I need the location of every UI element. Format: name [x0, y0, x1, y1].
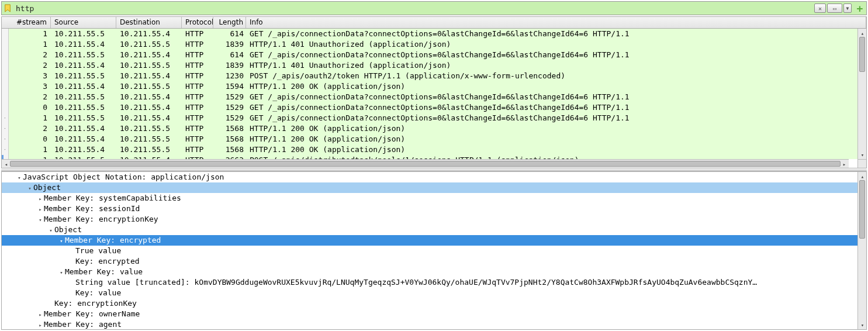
tree-label: String value [truncated]: kOmvDYBW9Gddug…	[75, 278, 757, 287]
tree-node[interactable]: ▸Member Key: systemCapabilities	[2, 193, 857, 204]
packet-row[interactable]: 310.211.55.410.211.55.5HTTP1594HTTP/1.1 …	[2, 81, 857, 92]
tree-label: Member Key: ownerName	[44, 309, 140, 318]
packet-rows[interactable]: 110.211.55.510.211.55.4HTTP614GET /_apis…	[2, 29, 857, 159]
tree-twisty-icon[interactable]: ▸	[37, 309, 44, 319]
packet-row[interactable]: ·110.211.55.510.211.55.4HTTP2663POST /_a…	[2, 155, 857, 159]
tree-node[interactable]: String value [truncated]: kOmvDYBW9Gddug…	[2, 277, 857, 288]
col-stream[interactable]: #stream	[2, 17, 51, 28]
clear-filter-button[interactable]: ✕	[814, 4, 826, 13]
tree-node[interactable]: True value	[2, 246, 857, 256]
packet-row[interactable]: 110.211.55.410.211.55.5HTTP1839HTTP/1.1 …	[2, 39, 857, 50]
tree-twisty-icon[interactable]: ▸	[37, 204, 44, 214]
tree-label: Member Key: encrypted	[65, 236, 161, 244]
packet-row[interactable]: 210.211.55.410.211.55.5HTTP1839HTTP/1.1 …	[2, 60, 857, 71]
packet-row[interactable]: ·010.211.55.410.211.55.5HTTP1568HTTP/1.1…	[2, 134, 857, 144]
display-filter-bar: ✕ ▭ ▼ +	[1, 1, 867, 15]
col-destination[interactable]: Destination	[116, 17, 182, 28]
filter-dropdown-button[interactable]: ▼	[843, 4, 852, 13]
packet-row[interactable]: ·110.211.55.510.211.55.4HTTP1529GET /_ap…	[2, 113, 857, 123]
packet-row[interactable]: ·210.211.55.410.211.55.5HTTP1568HTTP/1.1…	[2, 123, 857, 134]
col-length[interactable]: Length	[213, 17, 246, 28]
tree-label: Key: value	[75, 288, 121, 297]
tree-label: Object	[33, 183, 61, 192]
col-info[interactable]: Info	[246, 17, 866, 28]
packet-row[interactable]: 210.211.55.510.211.55.4HTTP614GET /_apis…	[2, 50, 857, 60]
tree-node[interactable]: ▾Member Key: encryptionKey	[2, 214, 857, 225]
tree-label: Member Key: encryptionKey	[44, 215, 158, 223]
tree-node[interactable]: ▾JavaScript Object Notation: application…	[2, 172, 857, 182]
packet-vscroll[interactable]: ▴ ▾	[857, 29, 866, 159]
col-source[interactable]: Source	[51, 17, 116, 28]
tree-label: JavaScript Object Notation: application/…	[23, 173, 224, 181]
tree-node[interactable]: ▸Member Key: sessionId	[2, 204, 857, 214]
apply-filter-button[interactable]: ▭	[827, 4, 842, 13]
packet-details-pane: ▾JavaScript Object Notation: application…	[1, 171, 867, 330]
tree-node[interactable]: Key: encrypted	[2, 256, 857, 267]
packet-hscroll[interactable]: ◂ ▸	[2, 159, 849, 168]
tree-twisty-icon[interactable]: ▾	[26, 183, 33, 193]
tree-label: Member Key: systemCapabilities	[44, 194, 181, 202]
tree-twisty-icon[interactable]: ▸	[37, 320, 44, 329]
tree-label: Member Key: agent	[44, 320, 122, 329]
tree-twisty-icon[interactable]: ▾	[58, 236, 65, 246]
tree-node[interactable]: ▾Object	[2, 225, 857, 235]
tree-node[interactable]: ▾Member Key: value	[2, 267, 857, 277]
tree-node[interactable]: ▾Object	[2, 182, 857, 193]
details-tree[interactable]: ▾JavaScript Object Notation: application…	[2, 172, 857, 329]
packet-row[interactable]: 210.211.55.510.211.55.4HTTP1529GET /_api…	[2, 92, 857, 102]
tree-twisty-icon[interactable]: ▾	[58, 267, 65, 277]
packet-row[interactable]: 310.211.55.510.211.55.4HTTP1230POST /_ap…	[2, 71, 857, 81]
col-protocol[interactable]: Protocol	[182, 17, 213, 28]
tree-twisty-icon[interactable]: ▾	[47, 225, 54, 235]
packet-row[interactable]: 110.211.55.510.211.55.4HTTP614GET /_apis…	[2, 29, 857, 39]
tree-node[interactable]: ▸Member Key: agent	[2, 319, 857, 329]
display-filter-input[interactable]	[13, 3, 814, 14]
packet-row[interactable]: 010.211.55.510.211.55.4HTTP1529GET /_api…	[2, 102, 857, 113]
tree-node[interactable]: ▾Member Key: encrypted	[2, 235, 857, 246]
tree-label: Member Key: value	[65, 267, 143, 276]
add-filter-button[interactable]: +	[854, 4, 866, 13]
tree-label: Object	[54, 225, 82, 234]
tree-label: Key: encryptionKey	[54, 299, 137, 308]
tree-twisty-icon[interactable]: ▾	[37, 215, 44, 225]
packet-list-pane: #stream Source Destination Protocol Leng…	[1, 16, 867, 168]
tree-twisty-icon[interactable]: ▸	[37, 194, 44, 204]
packet-header-row[interactable]: #stream Source Destination Protocol Leng…	[2, 17, 866, 29]
tree-label: Key: encrypted	[75, 257, 140, 266]
tree-twisty-icon[interactable]: ▾	[16, 173, 23, 182]
packet-row[interactable]: ·110.211.55.410.211.55.5HTTP1568HTTP/1.1…	[2, 144, 857, 155]
details-vscroll[interactable]: ▴ ▾	[857, 172, 866, 329]
tree-node[interactable]: Key: value	[2, 288, 857, 298]
bookmark-icon[interactable]	[2, 2, 13, 14]
tree-label: Member Key: sessionId	[44, 204, 140, 213]
tree-node[interactable]: ▸Member Key: ownerName	[2, 309, 857, 319]
tree-node[interactable]: Key: encryptionKey	[2, 298, 857, 309]
tree-label: True value	[75, 246, 121, 255]
